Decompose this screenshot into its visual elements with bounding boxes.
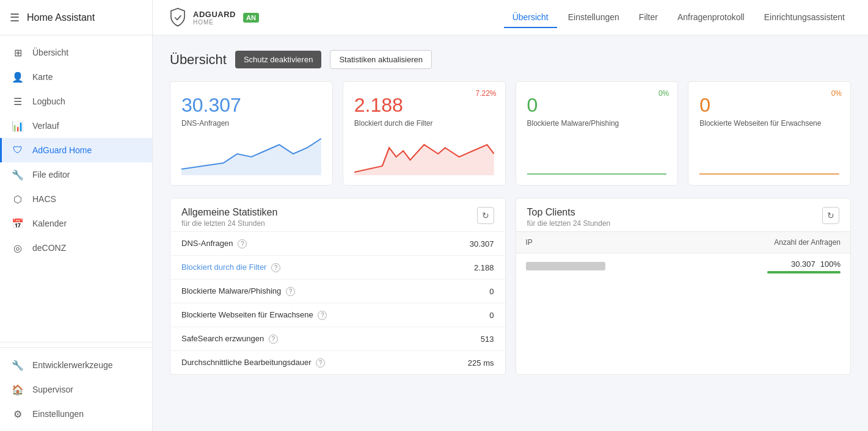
topbar-nav-ubersicht[interactable]: Übersicht: [504, 7, 557, 28]
stats-row-dns-anfragen: DNS-Anfragen ? 30.307: [170, 232, 505, 256]
general-stats-title: Allgemeine Statistiken: [181, 207, 277, 218]
hacs-icon: ⬡: [12, 193, 24, 205]
stats-value-dns-anfragen: 30.307: [431, 232, 505, 256]
topbar-logo-sub: HOME: [193, 19, 236, 26]
client-row-0: 30.307 100%: [516, 253, 851, 280]
help-icon-blockiert-filter[interactable]: ?: [271, 263, 280, 272]
topbar-nav-einstellungen[interactable]: Einstellungen: [560, 7, 628, 28]
deactivate-protection-button[interactable]: Schutz deaktivieren: [235, 51, 321, 68]
sidebar-item-label-kalender: Kalender: [32, 219, 67, 228]
sidebar-item-logbuch[interactable]: ☰ Logbuch: [0, 89, 152, 114]
help-icon-blockiert-adult[interactable]: ?: [318, 311, 327, 320]
stats-label-blockiert-malware: Blockierte Malware/Phishing ?: [170, 280, 431, 303]
stats-row-safesearch: SafeSearch erzwungen ? 513: [170, 327, 505, 351]
stat-card-percent-adult: 0%: [831, 89, 842, 98]
sidebar-header: ☰ Home Assistant: [0, 0, 152, 35]
content-area: Übersicht Schutz deaktivieren Statistike…: [153, 35, 868, 431]
sidebar-item-deconz[interactable]: ◎ deCONZ: [0, 236, 152, 260]
file-editor-icon: 🔧: [12, 168, 24, 181]
sidebar-item-entwicklerwerkzeuge[interactable]: 🔧 Entwicklerwerkzeuge: [0, 353, 152, 377]
stat-card-value-blocked-filter: 2.188: [354, 94, 494, 117]
stat-card-value-adult: 0: [699, 94, 839, 117]
sidebar-item-label-adguard: AdGuard Home: [32, 145, 92, 155]
help-icon-dns-anfragen[interactable]: ?: [238, 239, 247, 248]
general-stats-header-text: Allgemeine Statistiken für die letzten 2…: [181, 207, 277, 228]
general-stats-subtitle: für die letzten 24 Stunden: [181, 219, 277, 228]
sidebar-item-ubersicht[interactable]: ⊞ Übersicht: [0, 40, 152, 65]
update-stats-button[interactable]: Statistiken aktualisieren: [330, 50, 432, 69]
top-clients-header-text: Top Clients für die letzten 24 Stunden: [527, 207, 611, 228]
stat-card-label-adult: Blockierte Webseiten für Erwachsene: [699, 119, 839, 128]
sidebar-item-file-editor[interactable]: 🔧 File editor: [0, 162, 152, 187]
kalender-icon: 📅: [12, 217, 24, 230]
topbar: ADGUARD HOME AN ÜbersichtEinstellungenFi…: [153, 0, 868, 35]
stat-card-percent-malware: 0%: [658, 89, 669, 98]
stats-value-blockiert-malware: 0: [431, 280, 505, 303]
menu-icon[interactable]: ☰: [10, 11, 20, 24]
sidebar-item-label-einstellungen: Einstellungen: [32, 409, 84, 419]
general-stats-header: Allgemeine Statistiken für die letzten 2…: [170, 198, 505, 231]
sidebar: ☰ Home Assistant ⊞ Übersicht 👤 Karte ☰ L…: [0, 0, 153, 431]
sidebar-item-label-entwicklerwerkzeuge: Entwicklerwerkzeuge: [32, 360, 113, 370]
stats-row-bearbeitungsdauer: Durchschnittliche Bearbeitungsdauer ? 22…: [170, 351, 505, 375]
stat-card-chart-blocked-filter: [354, 132, 494, 175]
sidebar-item-adguard[interactable]: 🛡 AdGuard Home: [0, 138, 152, 162]
stats-value-blockiert-adult: 0: [431, 303, 505, 327]
stat-card-chart-adult: [699, 132, 839, 175]
stats-label-blockiert-filter[interactable]: Blockiert durch die Filter ?: [170, 256, 431, 280]
stats-label-bearbeitungsdauer: Durchschnittliche Bearbeitungsdauer ?: [170, 351, 431, 375]
sidebar-item-label-logbuch: Logbuch: [32, 96, 65, 106]
stat-card-dns: 30.307 DNS-Anfragen: [170, 81, 333, 186]
client-ip-0: [516, 253, 688, 280]
general-stats-refresh-button[interactable]: ↻: [477, 207, 494, 224]
top-clients-refresh-button[interactable]: ↻: [822, 207, 839, 224]
col-ip: IP: [516, 232, 688, 253]
sidebar-item-supervisor[interactable]: 🏠 Supervisor: [0, 377, 152, 402]
sidebar-bottom: 🔧 Entwicklerwerkzeuge 🏠 Supervisor ⚙ Ein…: [0, 347, 152, 431]
sidebar-item-label-ubersicht: Übersicht: [32, 48, 68, 57]
stat-card-label-blocked-filter: Blockiert durch die Filter: [354, 119, 494, 128]
sidebar-item-label-deconz: deCONZ: [32, 243, 66, 253]
client-count-percent-0: 100%: [820, 259, 841, 269]
deconz-icon: ◎: [12, 242, 24, 254]
topbar-nav-filter[interactable]: Filter: [630, 7, 666, 28]
top-clients-panel: Top Clients für die letzten 24 Stunden ↻…: [516, 198, 852, 375]
stats-value-blockiert-filter: 2.188: [431, 256, 505, 280]
topbar-logo-name: ADGUARD: [193, 10, 236, 19]
topbar-nav-einrichtungsassistent[interactable]: Einrichtungsassistent: [756, 7, 853, 28]
top-clients-subtitle: für die letzten 24 Stunden: [527, 219, 611, 228]
client-count-0: 30.307 100%: [688, 253, 850, 280]
stats-label-dns-anfragen: DNS-Anfragen ?: [170, 232, 431, 256]
topbar-badge: AN: [243, 13, 259, 23]
sidebar-item-karte[interactable]: 👤 Karte: [0, 65, 152, 89]
top-clients-header: Top Clients für die letzten 24 Stunden ↻: [516, 198, 851, 231]
stat-card-chart-malware: [527, 132, 667, 175]
stats-cards-row: 30.307 DNS-Anfragen 7.22% 2.188 Blockier…: [170, 81, 851, 186]
client-bar-container-0: [767, 271, 841, 273]
logbuch-icon: ☰: [12, 95, 24, 107]
topbar-nav-anfragenprotokoll[interactable]: Anfragenprotokoll: [669, 7, 753, 28]
client-ip-blur-0: [526, 262, 605, 270]
sidebar-item-verlauf[interactable]: 📊 Verlauf: [0, 114, 152, 138]
help-icon-bearbeitungsdauer[interactable]: ?: [316, 358, 325, 368]
stats-value-safesearch: 513: [431, 327, 505, 351]
stats-value-bearbeitungsdauer: 225 ms: [431, 351, 505, 375]
stat-card-label-dns: DNS-Anfragen: [181, 119, 321, 128]
page-title: Übersicht: [170, 52, 227, 68]
entwicklerwerkzeuge-icon: 🔧: [12, 359, 24, 371]
sidebar-item-label-karte: Karte: [32, 72, 53, 82]
general-stats-table: DNS-Anfragen ? 30.307 Blockiert durch di…: [170, 231, 505, 374]
topbar-nav: ÜbersichtEinstellungenFilterAnfragenprot…: [504, 7, 853, 28]
sidebar-item-einstellungen[interactable]: ⚙ Einstellungen: [0, 402, 152, 426]
stats-row-blockiert-adult: Blockierte Webseiten für Erwachsene ? 0: [170, 303, 505, 327]
sidebar-item-hacs[interactable]: ⬡ HACS: [0, 187, 152, 211]
sidebar-item-label-supervisor: Supervisor: [32, 385, 73, 394]
col-requests: Anzahl der Anfragen: [688, 232, 850, 253]
sidebar-item-label-file-editor: File editor: [32, 170, 70, 179]
stat-card-blocked-filter: 7.22% 2.188 Blockiert durch die Filter: [343, 81, 506, 186]
stat-card-chart-dns: [181, 132, 321, 175]
sidebar-item-kalender[interactable]: 📅 Kalender: [0, 211, 152, 236]
help-icon-safesearch[interactable]: ?: [269, 335, 278, 344]
help-icon-blockiert-malware[interactable]: ?: [286, 287, 295, 296]
adguard-icon: 🛡: [12, 144, 24, 156]
